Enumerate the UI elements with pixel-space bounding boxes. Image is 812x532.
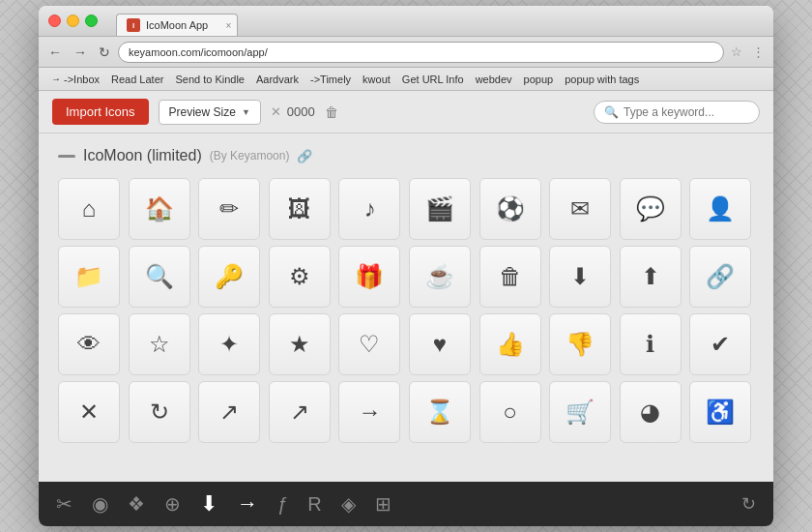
icon-chat[interactable]: 💬 [620,178,682,240]
icon-accessibility[interactable]: ♿ [689,381,751,443]
icon-heart-outline[interactable]: ♡ [338,313,400,375]
minimize-window-button[interactable] [67,15,79,27]
icon-upload[interactable]: ⬆ [620,246,682,308]
icon-gear[interactable]: ⚙ [269,246,331,308]
bookmark-label: popup [524,74,554,85]
bookmark-inbox[interactable]: → ->Inbox [46,72,104,87]
bookmark-read-later[interactable]: Read Later [106,72,168,87]
bottom-tool-right-1[interactable]: R [304,489,325,519]
icon-coffee[interactable]: ☕ [409,246,471,308]
tab-close-button[interactable]: × [225,20,231,31]
bottom-refresh-icon[interactable]: ↻ [738,489,760,518]
bookmark-label: ->Timely [310,74,351,85]
icon-link[interactable]: 🔗 [689,246,751,308]
count-value: 0000 [287,104,315,119]
icon-star-outline[interactable]: ☆ [129,313,190,375]
bottom-bar: ✂◉❖⊕⬇→ƒR◈⊞↻ [39,482,773,526]
bottom-tool-right-0[interactable]: ƒ [274,489,292,519]
forward-button[interactable]: → [70,43,91,62]
browser-window: I IcoMoon App × ← → ↻ ☆ ⋮ → ->Inbox Read… [39,6,773,526]
active-tab[interactable]: I IcoMoon App × [116,14,238,36]
maximize-window-button[interactable] [85,15,98,27]
tab-title: IcoMoon App [146,19,208,31]
icon-heart[interactable]: ♥ [409,313,471,375]
icon-key[interactable]: 🔑 [198,246,260,308]
more-options-icon[interactable]: ⋮ [752,44,765,59]
search-icon: 🔍 [604,105,619,119]
icon-mail[interactable]: ✉ [549,178,611,240]
window-controls [48,15,98,27]
icon-hourglass[interactable]: ⌛ [409,381,471,443]
bookmark-label: Get URL Info [402,74,464,85]
icon-share[interactable]: ↗ [198,381,260,443]
bookmark-star-icon[interactable]: ☆ [731,44,742,59]
icon-search[interactable]: 🔍 [129,246,190,308]
tab-bar: I IcoMoon App × [116,6,238,36]
section-link-icon[interactable]: 🔗 [297,149,312,163]
reload-button[interactable]: ↻ [95,43,114,62]
bookmark-url-info[interactable]: Get URL Info [397,72,469,87]
bottom-tool-3[interactable]: ⊕ [160,488,185,519]
chevron-down-icon: ▼ [242,107,250,117]
bookmark-label: kwout [362,74,391,85]
icon-cart[interactable]: 🛒 [549,381,611,443]
icon-user[interactable]: 👤 [689,178,751,240]
icon-thumbs-down[interactable]: 👎 [549,313,611,375]
icon-close[interactable]: ✕ [58,381,120,443]
count-prefix: ✕ [271,104,281,119]
bookmark-kindle[interactable]: Send to Kindle [170,72,249,87]
bookmark-popup-tags[interactable]: popup with tags [560,72,644,87]
icon-info[interactable]: ℹ [620,313,682,375]
icon-arrow-right[interactable]: → [338,381,400,443]
app-toolbar: Import Icons Preview Size ▼ ✕ 0000 🗑 🔍 [39,91,773,133]
bottom-tool-right-2[interactable]: ◈ [337,488,360,519]
icon-grid: ⌂🏠✏🖼♪🎬⚽✉💬👤📁🔍🔑⚙🎁☕🗑⬇⬆🔗👁☆✦★♡♥👍👎ℹ✔✕↻↗↗→⌛○🛒◕♿ [58,178,754,443]
bottom-tool-1[interactable]: ◉ [88,488,112,519]
icon-star-half[interactable]: ✦ [198,313,260,375]
icon-star[interactable]: ★ [269,313,331,375]
icon-check[interactable]: ✔ [689,313,751,375]
tab-favicon: I [127,18,140,32]
icon-thumbs-up[interactable]: 👍 [479,313,541,375]
bottom-tool-2[interactable]: ❖ [124,488,149,519]
bookmark-label: Read Later [111,74,163,85]
close-window-button[interactable] [48,15,61,27]
url-bar: ← → ↻ ☆ ⋮ [39,37,773,68]
icon-download[interactable]: ⬇ [549,246,611,308]
icon-film[interactable]: 🎬 [409,178,471,240]
preview-size-select[interactable]: Preview Size ▼ [159,100,261,125]
icon-soccer[interactable]: ⚽ [479,178,541,240]
back-button[interactable]: ← [44,43,66,62]
bookmark-label: webdev [476,74,512,85]
icon-home[interactable]: ⌂ [58,178,120,240]
icon-folder[interactable]: 📁 [58,246,120,308]
bottom-tool-right-3[interactable]: ⊞ [371,488,395,519]
url-input[interactable] [118,42,724,63]
search-input[interactable] [624,105,749,119]
bookmark-timely[interactable]: ->Timely [305,72,356,87]
icon-music[interactable]: ♪ [338,178,400,240]
icon-refresh[interactable]: ↻ [129,381,190,443]
icon-gift[interactable]: 🎁 [338,246,400,308]
bookmark-icon: → [51,74,61,84]
icon-pencil[interactable]: ✏ [198,178,260,240]
bottom-arrow-right-icon[interactable]: → [233,488,262,520]
bottom-download-icon[interactable]: ⬇ [196,488,221,520]
search-box: 🔍 [594,101,760,124]
bookmark-popup[interactable]: popup [519,72,559,87]
bottom-tool-0[interactable]: ✂ [52,488,76,519]
bookmark-aardvark[interactable]: Aardvark [251,72,304,87]
icon-arrow-up-right[interactable]: ↗ [269,381,331,443]
main-content: IcoMoon (limited) (By Keyamoon) 🔗 ⌂🏠✏🖼♪🎬… [39,133,773,482]
bookmark-label: ->Inbox [64,74,100,85]
icon-pie-chart[interactable]: ◕ [620,381,682,443]
icon-circle[interactable]: ○ [479,381,541,443]
delete-button[interactable]: 🗑 [325,104,338,120]
icon-home-alt[interactable]: 🏠 [129,178,190,240]
bookmark-kwout[interactable]: kwout [358,72,395,87]
bookmark-webdev[interactable]: webdev [471,72,517,87]
import-icons-button[interactable]: Import Icons [52,99,149,125]
icon-trash[interactable]: 🗑 [479,246,541,308]
icon-eye[interactable]: 👁 [58,313,120,375]
icon-image[interactable]: 🖼 [269,178,331,240]
